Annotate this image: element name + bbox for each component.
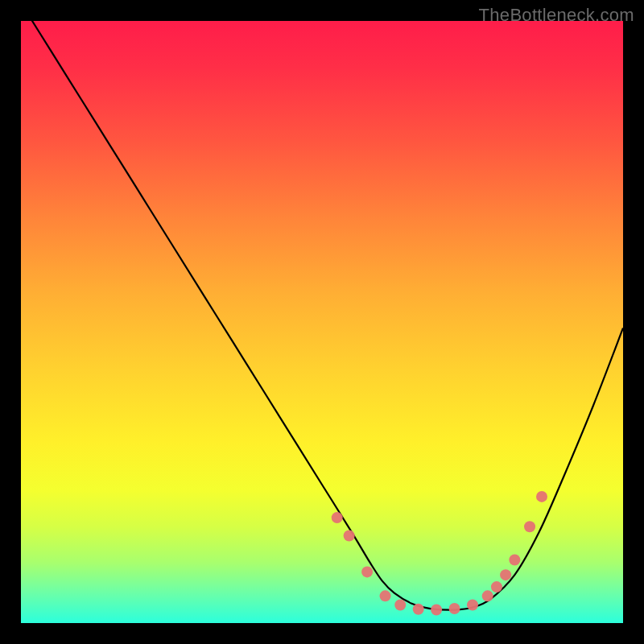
marker-dot <box>344 530 355 542</box>
marker-dot <box>500 569 511 580</box>
marker-dot <box>536 491 547 502</box>
marker-dot <box>482 590 493 601</box>
chart-svg <box>21 21 623 623</box>
marker-dot <box>509 554 520 565</box>
bottleneck-curve <box>21 21 623 610</box>
marker-dot <box>524 521 535 532</box>
marker-dot <box>332 512 343 523</box>
marker-dot <box>380 590 391 601</box>
marker-dot <box>361 566 373 577</box>
marker-dot <box>413 604 424 615</box>
chart-plot-area <box>21 21 623 623</box>
marker-dot <box>449 603 460 614</box>
marker-dot <box>394 600 406 611</box>
marker-dot <box>491 581 502 592</box>
marker-dot <box>467 600 478 611</box>
marker-dot <box>431 605 442 616</box>
watermark-text: TheBottleneck.com <box>479 5 634 26</box>
